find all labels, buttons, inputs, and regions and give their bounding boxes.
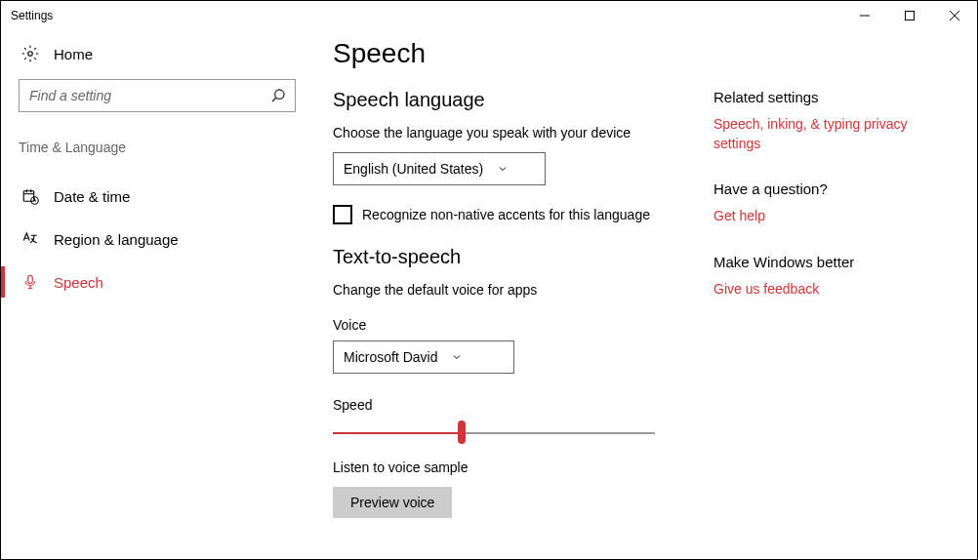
close-button[interactable] xyxy=(932,1,977,30)
accent-checkbox-row[interactable]: Recognize non-native accents for this la… xyxy=(333,205,713,224)
related-settings-group: Related settings Speech, inking, & typin… xyxy=(713,89,948,153)
question-group: Have a question? Get help xyxy=(713,180,948,226)
search-input[interactable] xyxy=(19,79,296,112)
content-area: Home Time & Language Date & time Reg xyxy=(1,30,977,559)
sidebar-item-label: Region & language xyxy=(54,231,179,248)
feedback-link[interactable]: Give us feedback xyxy=(713,280,948,300)
minimize-icon xyxy=(860,11,870,20)
sidebar-item-date-time[interactable]: Date & time xyxy=(1,175,313,218)
speed-slider[interactable] xyxy=(333,420,655,444)
voice-label: Voice xyxy=(333,317,713,333)
settings-window: Settings Home xyxy=(0,0,978,560)
sidebar-item-speech[interactable]: Speech xyxy=(1,260,313,303)
window-title: Settings xyxy=(11,9,53,22)
svg-point-1 xyxy=(28,52,33,57)
category-header: Time & Language xyxy=(1,140,313,175)
home-nav[interactable]: Home xyxy=(1,40,313,79)
search-icon xyxy=(270,88,286,103)
speed-label: Speed xyxy=(333,397,713,413)
speech-language-heading: Speech language xyxy=(333,89,713,111)
main-column: Speech Speech language Choose the langua… xyxy=(333,38,713,559)
checkbox-icon xyxy=(333,205,352,224)
feedback-group: Make Windows better Give us feedback xyxy=(713,254,948,300)
sidebar-item-label: Date & time xyxy=(54,188,130,205)
question-header: Have a question? xyxy=(713,180,948,197)
close-icon xyxy=(950,11,959,20)
minimize-button[interactable] xyxy=(842,1,887,30)
window-controls xyxy=(842,1,977,30)
sample-label: Listen to voice sample xyxy=(333,460,713,475)
language-select[interactable]: English (United States) xyxy=(333,152,546,185)
maximize-button[interactable] xyxy=(887,1,932,30)
titlebar: Settings xyxy=(1,1,977,30)
better-header: Make Windows better xyxy=(713,254,948,270)
tts-desc: Change the default voice for apps xyxy=(333,282,713,298)
sidebar: Home Time & Language Date & time Reg xyxy=(1,30,313,559)
maximize-icon xyxy=(905,11,915,20)
chevron-down-icon xyxy=(451,351,463,363)
svg-rect-5 xyxy=(28,275,33,283)
accent-checkbox-label: Recognize non-native accents for this la… xyxy=(362,207,650,222)
tts-heading: Text-to-speech xyxy=(333,246,713,268)
gear-icon xyxy=(20,44,40,63)
svg-rect-3 xyxy=(23,191,34,202)
page-title: Speech xyxy=(333,38,713,69)
sidebar-item-region-language[interactable]: Region & language xyxy=(1,218,313,260)
search-container xyxy=(19,79,296,112)
related-settings-header: Related settings xyxy=(713,89,948,105)
speech-language-desc: Choose the language you speak with your … xyxy=(333,125,713,140)
voice-select[interactable]: Microsoft David xyxy=(333,340,514,374)
main-pane: Speech Speech language Choose the langua… xyxy=(313,30,977,559)
get-help-link[interactable]: Get help xyxy=(713,207,948,226)
privacy-settings-link[interactable]: Speech, inking, & typing privacy setting… xyxy=(713,115,948,153)
aside: Related settings Speech, inking, & typin… xyxy=(713,38,948,559)
language-select-value: English (United States) xyxy=(344,161,483,177)
calendar-clock-icon xyxy=(20,186,40,206)
voice-select-value: Microsoft David xyxy=(344,349,437,365)
svg-rect-0 xyxy=(906,12,915,20)
microphone-icon xyxy=(20,272,40,292)
home-label: Home xyxy=(54,46,93,62)
slider-fill xyxy=(333,432,462,434)
slider-thumb xyxy=(458,420,466,444)
preview-voice-button[interactable]: Preview voice xyxy=(333,487,452,518)
svg-point-2 xyxy=(275,90,284,99)
chevron-down-icon xyxy=(497,163,509,175)
sidebar-item-label: Speech xyxy=(54,274,103,291)
language-icon xyxy=(20,229,40,249)
